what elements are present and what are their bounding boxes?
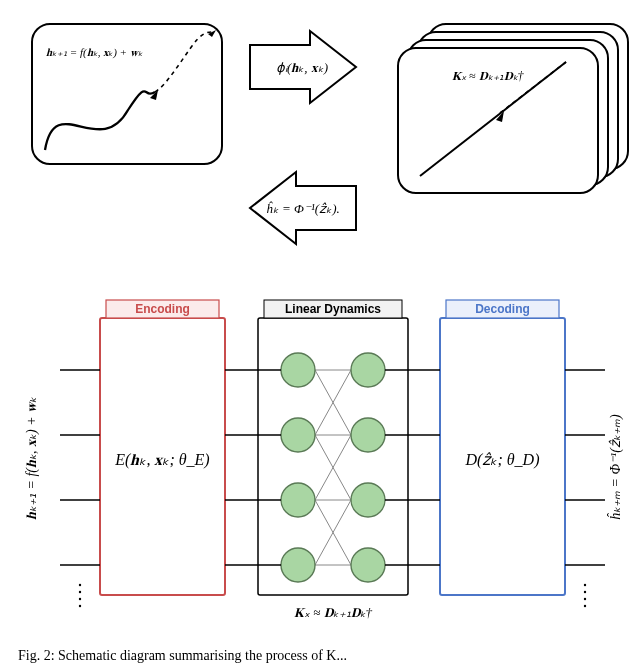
dots	[584, 591, 586, 593]
dots	[79, 584, 81, 586]
node	[281, 353, 315, 387]
node	[281, 548, 315, 582]
dots	[79, 605, 81, 607]
lift-fn: ϕᵢ(𝐡ₖ, 𝐱ₖ)	[276, 60, 328, 75]
dots	[79, 591, 81, 593]
decoder-fn: D(ẑₖ; θ_D)	[465, 451, 540, 469]
decoder-title: Decoding	[475, 302, 530, 316]
node	[351, 483, 385, 517]
node	[351, 353, 385, 387]
input-eq: 𝐡ₖ₊₁ = f(𝐡ₖ, 𝐱ₖ) + 𝐰ₖ	[24, 396, 40, 520]
output-eq: ĥₖ₊ₘ = Φ⁻¹(ẑₖ₊ₘ)	[607, 414, 624, 520]
koopman-bottom: 𝐊ₓ ≈ 𝐃ₖ₊₁𝐃ₖ†	[294, 605, 373, 620]
dots	[584, 598, 586, 600]
node	[281, 483, 315, 517]
dynamics-block	[258, 318, 408, 595]
nonlinear-panel	[32, 24, 222, 164]
inverse-fn: ĥₖ = Φ⁻¹(ẑₖ).	[266, 201, 339, 216]
dots	[584, 584, 586, 586]
koopman-eq: 𝐊ₓ ≈ 𝐃ₖ₊₁𝐃ₖ†	[452, 69, 525, 83]
dots	[79, 598, 81, 600]
nonlinear-eq: 𝐡ₖ₊₁ = f(𝐡ₖ, 𝐱ₖ) + 𝐰ₖ	[46, 46, 143, 59]
dynamics-title: Linear Dynamics	[285, 302, 381, 316]
node	[351, 418, 385, 452]
encoder-title: Encoding	[135, 302, 190, 316]
dots	[584, 605, 586, 607]
node	[281, 418, 315, 452]
figure-caption: Fig. 2: Schematic diagram summarising th…	[18, 648, 347, 663]
node	[351, 548, 385, 582]
encoder-fn: E(𝐡ₖ, 𝐱ₖ; θ_E)	[114, 451, 209, 469]
